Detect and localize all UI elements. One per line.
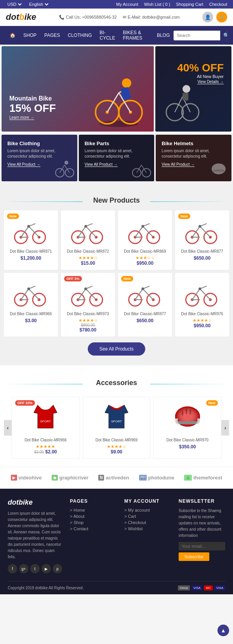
- product-price-1: $15.00: [65, 260, 111, 266]
- svg-point-20: [64, 161, 68, 165]
- product-stars-1: ★★★★☆: [65, 255, 111, 260]
- visa-icon: VISA: [191, 585, 202, 590]
- videohive-icon: ▶: [11, 475, 17, 481]
- checkout-link[interactable]: Checkout: [209, 2, 227, 7]
- cat-link-0[interactable]: View All Product →: [7, 162, 40, 167]
- svg-point-8: [122, 78, 131, 88]
- acc-price-wrap-2: $350.00: [158, 444, 217, 450]
- cart-icon-btn[interactable]: 🛒: [216, 12, 227, 23]
- facebook-btn[interactable]: f: [8, 564, 17, 573]
- product-price-4: $3.00: [8, 318, 54, 323]
- carousel-prev-button[interactable]: ‹: [4, 420, 12, 436]
- footer-page-contact[interactable]: Contact: [70, 526, 116, 531]
- footer-about-text: Lorem ipsum dolor sit amet, consectetur …: [8, 510, 62, 560]
- language-select[interactable]: English: [28, 2, 50, 7]
- nav-search: 🔍: [174, 31, 227, 40]
- nav-bikes-frames[interactable]: BIKES & FRAMES: [119, 26, 153, 45]
- footer-page-shop[interactable]: Shop: [70, 520, 116, 525]
- logo: dotbike: [6, 12, 36, 22]
- youtube-btn[interactable]: ▶: [42, 564, 51, 573]
- carousel-next-button[interactable]: ›: [221, 420, 229, 436]
- see-all-button[interactable]: See All Products: [88, 342, 145, 356]
- accessories-section: Accessories ‹ OFF 33% SPORT Dot Bike Cla…: [0, 365, 233, 467]
- svg-point-25: [212, 163, 226, 174]
- svg-rect-26: [213, 170, 224, 172]
- hero-view-details[interactable]: View Details →: [197, 80, 224, 84]
- twitter-btn[interactable]: t: [30, 564, 40, 573]
- svg-line-41: [86, 226, 96, 237]
- product-card-2: Dot Bike Classic-MR869 ★★★☆☆ $950.00: [118, 210, 172, 270]
- cat-card-clothing: Bike Clothing Lorem ipsum dolor sit amet…: [2, 135, 77, 181]
- svg-rect-104: [182, 411, 183, 415]
- product-image-7: [184, 281, 221, 308]
- nav-bicycle[interactable]: BI-CYCLE: [96, 26, 119, 45]
- google-btn[interactable]: g+: [19, 564, 28, 573]
- visa2-icon: VISA: [214, 585, 225, 590]
- user-icon-btn[interactable]: 👤: [202, 12, 213, 23]
- search-input[interactable]: [174, 31, 220, 40]
- wish-list-link[interactable]: Wish List ( 0 ): [144, 2, 170, 7]
- subscribe-button[interactable]: Subscribe: [179, 552, 209, 561]
- product-image-4: [12, 281, 49, 308]
- pinterest-btn[interactable]: p: [53, 564, 62, 573]
- cat-title-2: Bike Helmets: [162, 141, 226, 146]
- currency-select[interactable]: USD: [6, 2, 23, 7]
- header-contact: 📞 Call Us: +00965880546-32 ✉ E-Mail: dot…: [59, 15, 180, 20]
- nav-blog[interactable]: BLOG: [153, 26, 174, 45]
- acc-image-2: [170, 401, 205, 436]
- svg-line-5: [107, 93, 119, 112]
- cat-link-1[interactable]: View All Product →: [85, 162, 118, 167]
- svg-point-89: [141, 288, 144, 290]
- footer-account-wishlist[interactable]: Wishlist: [124, 526, 171, 531]
- cat-title-0: Bike Clothing: [7, 141, 71, 146]
- cat-desc-2: Lorem ipsum dolor sit amet, consectetur …: [162, 148, 226, 159]
- footer-newsletter-col: NEWSLETTER Subscribe to the Shaeng maili…: [179, 498, 225, 573]
- product-image-0: [12, 218, 49, 245]
- hero-main-image: [92, 54, 146, 132]
- product-card-5: OFF 3% Dot Bike Classic-MR973 ★★★★☆ $800…: [61, 273, 115, 337]
- svg-rect-103: [178, 421, 197, 424]
- phone-text: Call Us: +00965880546-32: [66, 15, 117, 19]
- footer-account-myaccount[interactable]: My account: [124, 508, 171, 512]
- partner-videohive: ▶ videohive: [11, 475, 42, 481]
- footer-account-col: MY ACCOUNT My account Cart Checkout Wish…: [124, 498, 171, 573]
- footer-account-cart[interactable]: Cart: [124, 514, 171, 519]
- product-image-1: [70, 218, 106, 245]
- cat-link-2[interactable]: View All Product →: [162, 162, 195, 167]
- new-products-title: New Products: [4, 187, 229, 210]
- nav: 🏠 SHOP PAGES CLOTHING BI-CYCLE BIKES & F…: [0, 26, 233, 45]
- nav-home[interactable]: 🏠: [6, 26, 19, 45]
- hero-learn-more[interactable]: Learn more →: [9, 115, 34, 120]
- footer-page-about[interactable]: About: [70, 514, 116, 519]
- nav-pages[interactable]: PAGES: [40, 26, 64, 45]
- newsletter-email-input[interactable]: [179, 542, 225, 550]
- email-contact: ✉ E-Mail: dotbike@gmail.com: [123, 15, 180, 20]
- svg-text:SPORT: SPORT: [40, 420, 51, 423]
- acc-card-2: New Dot Bike Classic-MR970 $350.00: [153, 397, 221, 459]
- carousel-wrapper: ‹ OFF 33% SPORT Dot Bike Classic-MR966 ★…: [4, 393, 229, 463]
- svg-line-32: [29, 226, 39, 237]
- accessories-title: Accessories: [4, 369, 229, 393]
- acc-image-1: SPORT: [101, 401, 132, 436]
- header: dotbike 📞 Call Us: +00965880546-32 ✉ E-M…: [0, 9, 233, 26]
- acc-stars-0: ★★★★★: [16, 444, 75, 449]
- product-badge-0: New: [7, 214, 19, 219]
- nav-shop[interactable]: SHOP: [19, 26, 40, 45]
- svg-line-59: [200, 226, 210, 237]
- svg-point-44: [84, 225, 87, 228]
- footer-page-home[interactable]: Home: [70, 508, 116, 512]
- footer: dotbike Lorem ipsum dolor sit amet, cons…: [0, 489, 233, 594]
- hero-discount: 15% OFF: [9, 102, 56, 115]
- partner-activeden: N activeden: [98, 475, 129, 481]
- my-account-link[interactable]: My Account: [116, 2, 138, 7]
- top-bar-left: USD English: [6, 2, 50, 7]
- svg-rect-106: [190, 410, 191, 415]
- nav-clothing[interactable]: CLOTHING: [64, 26, 96, 45]
- shopping-cart-link[interactable]: Shopping Cart: [176, 2, 203, 7]
- hero-side-banner: 40% OFF All New Buyer View Details →: [155, 46, 231, 132]
- hero-banners: Mountain Bike 15% OFF Learn more → 40% O…: [0, 45, 233, 133]
- footer-account-checkout[interactable]: Checkout: [124, 520, 171, 525]
- cat-desc-0: Lorem ipsum dolor sit amet, consectetur …: [7, 148, 71, 159]
- product-name-7: Dot Bike Classic-MR976: [179, 312, 225, 316]
- search-button[interactable]: 🔍: [220, 31, 227, 40]
